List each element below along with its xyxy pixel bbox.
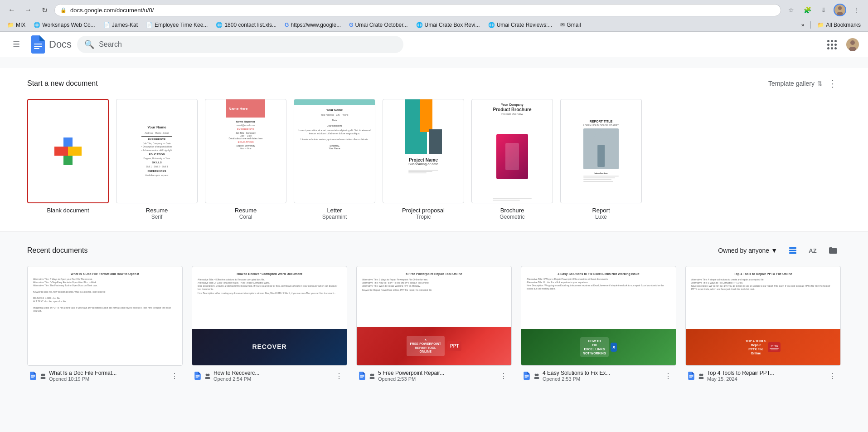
search-icon: 🔍 (84, 39, 94, 49)
template-card-resume-serif[interactable]: Your Name Address · Phone · Email EXPERI… (116, 99, 198, 220)
search-bar[interactable]: 🔍 Search (77, 36, 403, 53)
app-name-label: Docs (49, 39, 72, 50)
app-header: ☰ Docs 🔍 Search (0, 32, 868, 57)
bookmark-more-button[interactable]: » (798, 21, 808, 29)
doc-1-time: Opened 10:19 PM (49, 376, 165, 382)
bookmark-label: Employee Time Kee... (155, 22, 208, 28)
address-bar[interactable]: 🔒 docs.google.com/document/u/0/ (54, 4, 781, 16)
letter-spearmint-sublabel: Spearmint (294, 214, 375, 220)
bookmark-all-bookmarks[interactable]: 📁 All Bookmarks (814, 21, 864, 29)
bookmark-worksnaps[interactable]: 🌐 Worksnaps Web Co... (30, 21, 98, 29)
svg-point-29 (372, 374, 374, 376)
menu-dots-button[interactable]: ⋮ (850, 4, 863, 16)
doc-4-time: Opened 2:53 PM (543, 376, 659, 382)
svg-rect-32 (525, 375, 529, 376)
template-gallery-label: Template gallery (768, 80, 815, 87)
svg-point-22 (208, 374, 210, 376)
resume-coral-thumbnail: Name Here News Reporter email@email.com … (205, 99, 286, 203)
svg-point-1 (837, 12, 843, 15)
resume-coral-label: Resume (205, 207, 286, 214)
brochure-geometric-label: Brochure (471, 207, 553, 214)
doc-card-3[interactable]: 5 Free Powerpoint Repair Tool Online Alt… (356, 266, 512, 384)
doc-1-more-button[interactable]: ⋮ (168, 369, 181, 382)
account-avatar-button[interactable] (844, 36, 861, 53)
resume-serif-preview: Your Name Address · Phone · Email EXPERI… (138, 122, 176, 181)
download-button[interactable]: ⇓ (817, 4, 830, 16)
doc-card-2[interactable]: How to Recover Corrupted Word Document A… (192, 266, 347, 384)
template-gallery-button[interactable]: Template gallery ⇅ (768, 80, 823, 87)
doc-card-1[interactable]: What Is a Doc File Format and How to Ope… (27, 266, 183, 384)
template-card-blank[interactable]: Blank document (27, 99, 109, 220)
hamburger-menu-button[interactable]: ☰ (7, 35, 25, 54)
chevron-up-down-icon: ⇅ (817, 80, 823, 87)
doc-2-icon (194, 372, 202, 380)
owned-by-dropdown-icon: ▼ (771, 247, 777, 254)
bookmark-label: 1800 contact list.xls... (224, 22, 276, 28)
doc-card-5[interactable]: Top 4 Tools to Repair PPTX File Online A… (685, 266, 841, 384)
back-button[interactable]: ← (5, 4, 18, 16)
bookmark-separator (810, 21, 811, 29)
refresh-button[interactable]: ↻ (38, 4, 51, 16)
resume-coral-preview: Name Here News Reporter email@email.com … (226, 99, 266, 203)
doc-card-4[interactable]: 4 Easy Solutions to Fix Excel Links Not … (521, 266, 676, 384)
report-luxe-sublabel: Luxe (560, 214, 642, 220)
sort-az-icon: AZ (809, 247, 816, 254)
google-icon: G (285, 22, 289, 28)
resume-serif-thumbnail: Your Name Address · Phone · Email EXPERI… (116, 99, 198, 203)
apps-grid-icon (826, 39, 838, 50)
bookmark-gmail[interactable]: ✉ Gmail (557, 21, 584, 29)
main-content: Start a new document Template gallery ⇅ … (0, 57, 868, 432)
svg-rect-39 (689, 375, 693, 376)
bookmark-mix[interactable]: 📁 MIX (4, 21, 29, 29)
profile-avatar-button[interactable] (834, 4, 846, 16)
gmail-icon: ✉ (560, 22, 565, 28)
doc-4-more-button[interactable]: ⋮ (662, 369, 674, 382)
bookmark-employee-time[interactable]: 📄 Employee Time Kee... (142, 21, 211, 29)
doc-1-icon (29, 372, 37, 380)
project-tropic-thumbnail: Project Name Subheading or date (383, 99, 464, 203)
bookmark-label: James-Kat (112, 22, 138, 28)
letter-spearmint-thumbnail: Your Name Your Address · City · Phone Da… (294, 99, 375, 203)
recent-documents-header: Recent documents Owned by anyone ▼ AZ (27, 242, 841, 259)
svg-rect-41 (689, 378, 692, 378)
template-card-letter-spearmint[interactable]: Your Name Your Address · City · Phone Da… (294, 99, 375, 220)
template-card-brochure-geometric[interactable]: Your Company Product Brochure Product Ov… (471, 99, 553, 220)
template-card-report-luxe[interactable]: REPORT TITLE LOREM IPSUM DOLOR SIT AMET … (560, 99, 642, 220)
svg-rect-20 (196, 378, 199, 378)
owned-by-button[interactable]: Owned by anyone ▼ (714, 244, 781, 257)
search-placeholder: Search (99, 40, 122, 49)
doc-1-name: What Is a Doc File Format... (49, 370, 165, 376)
worksnaps-icon: 🌐 (34, 22, 40, 28)
bookmark-umai-crate-box[interactable]: 🌐 Umai Crate Box Revi... (412, 21, 484, 29)
google-apps-button[interactable] (823, 35, 841, 54)
template-card-resume-coral[interactable]: Name Here News Reporter email@email.com … (205, 99, 286, 220)
bookmark-umai-crate-october[interactable]: G Umai Crate October... (345, 21, 411, 29)
list-view-button[interactable] (785, 242, 801, 259)
extensions-button[interactable]: 🧩 (801, 4, 814, 16)
brochure-geometric-preview: Your Company Product Brochure Product Ov… (489, 99, 535, 203)
bookmark-star-button[interactable]: ☆ (785, 4, 797, 16)
doc-2-more-button[interactable]: ⋮ (333, 369, 345, 382)
doc-5-time: May 15, 2024 (707, 376, 824, 382)
bookmark-james-kat[interactable]: 📄 James-Kat (100, 21, 141, 29)
svg-rect-34 (525, 378, 528, 378)
templates-more-options-button[interactable]: ⋮ (824, 75, 841, 92)
doc-3-more-button[interactable]: ⋮ (497, 369, 510, 382)
svg-rect-8 (789, 247, 796, 249)
template-card-project-tropic[interactable]: Project Name Subheading or date Project … (383, 99, 464, 220)
google-icon-2: G (349, 22, 353, 28)
bookmark-1800-contact[interactable]: 🌐 1800 contact list.xls... (212, 21, 280, 29)
folder-view-button[interactable] (824, 242, 841, 259)
doc-5-more-button[interactable]: ⋮ (826, 369, 839, 382)
bookmark-google[interactable]: G https://www.google... (281, 21, 344, 29)
doc-icon-2: 📄 (146, 22, 153, 28)
sort-button[interactable]: AZ (805, 242, 821, 259)
svg-point-15 (43, 374, 45, 376)
bookmark-bar: 📁 MIX 🌐 Worksnaps Web Co... 📄 James-Kat … (0, 20, 868, 31)
doc-5-meta: Top 4 Tools to Repair PPT... May 15, 202… (685, 366, 841, 384)
doc-4-meta: 4 Easy Solutions to Fix Ex... Opened 2:5… (521, 366, 676, 384)
svg-rect-4 (34, 48, 39, 49)
doc-4-shared-icon (533, 373, 540, 379)
bookmark-umai-crate-reviews[interactable]: 🌐 Umai Crate Reviews:... (485, 21, 556, 29)
forward-button[interactable]: → (22, 4, 34, 16)
